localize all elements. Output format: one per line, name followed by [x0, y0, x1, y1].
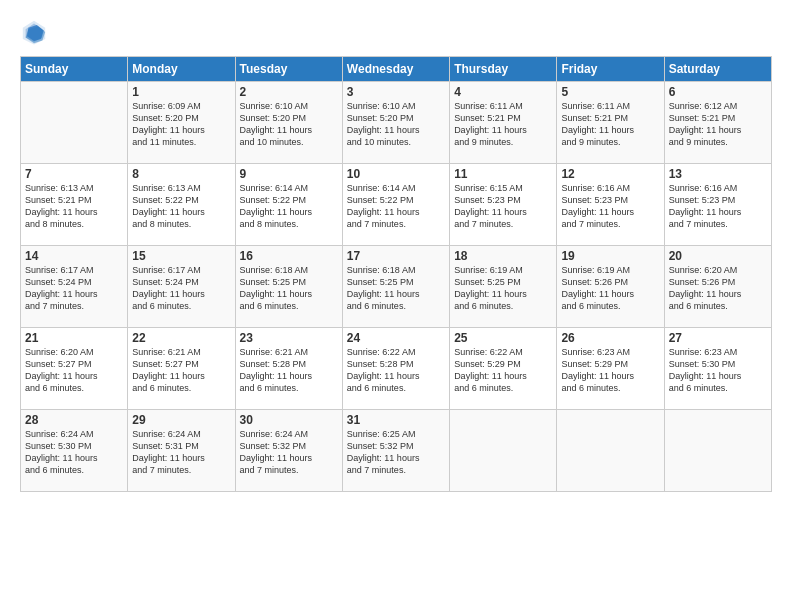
- cell-w1-d6: 5Sunrise: 6:11 AMSunset: 5:21 PMDaylight…: [557, 82, 664, 164]
- cell-w2-d2: 8Sunrise: 6:13 AMSunset: 5:22 PMDaylight…: [128, 164, 235, 246]
- day-info: Sunrise: 6:23 AMSunset: 5:30 PMDaylight:…: [669, 346, 767, 395]
- week-row-5: 28Sunrise: 6:24 AMSunset: 5:30 PMDayligh…: [21, 410, 772, 492]
- day-info: Sunrise: 6:24 AMSunset: 5:31 PMDaylight:…: [132, 428, 230, 477]
- day-number: 18: [454, 249, 552, 263]
- day-info: Sunrise: 6:14 AMSunset: 5:22 PMDaylight:…: [240, 182, 338, 231]
- day-info: Sunrise: 6:11 AMSunset: 5:21 PMDaylight:…: [454, 100, 552, 149]
- cell-w5-d7: [664, 410, 771, 492]
- day-number: 7: [25, 167, 123, 181]
- day-info: Sunrise: 6:15 AMSunset: 5:23 PMDaylight:…: [454, 182, 552, 231]
- day-info: Sunrise: 6:23 AMSunset: 5:29 PMDaylight:…: [561, 346, 659, 395]
- cell-w5-d2: 29Sunrise: 6:24 AMSunset: 5:31 PMDayligh…: [128, 410, 235, 492]
- day-number: 4: [454, 85, 552, 99]
- day-number: 17: [347, 249, 445, 263]
- cell-w2-d3: 9Sunrise: 6:14 AMSunset: 5:22 PMDaylight…: [235, 164, 342, 246]
- col-header-friday: Friday: [557, 57, 664, 82]
- day-number: 30: [240, 413, 338, 427]
- day-info: Sunrise: 6:19 AMSunset: 5:25 PMDaylight:…: [454, 264, 552, 313]
- cell-w2-d4: 10Sunrise: 6:14 AMSunset: 5:22 PMDayligh…: [342, 164, 449, 246]
- day-number: 16: [240, 249, 338, 263]
- day-info: Sunrise: 6:20 AMSunset: 5:27 PMDaylight:…: [25, 346, 123, 395]
- day-number: 10: [347, 167, 445, 181]
- day-number: 26: [561, 331, 659, 345]
- day-number: 24: [347, 331, 445, 345]
- week-row-2: 7Sunrise: 6:13 AMSunset: 5:21 PMDaylight…: [21, 164, 772, 246]
- day-info: Sunrise: 6:21 AMSunset: 5:28 PMDaylight:…: [240, 346, 338, 395]
- cell-w5-d6: [557, 410, 664, 492]
- day-number: 20: [669, 249, 767, 263]
- day-info: Sunrise: 6:10 AMSunset: 5:20 PMDaylight:…: [240, 100, 338, 149]
- cell-w5-d3: 30Sunrise: 6:24 AMSunset: 5:32 PMDayligh…: [235, 410, 342, 492]
- cell-w3-d2: 15Sunrise: 6:17 AMSunset: 5:24 PMDayligh…: [128, 246, 235, 328]
- col-header-wednesday: Wednesday: [342, 57, 449, 82]
- col-header-monday: Monday: [128, 57, 235, 82]
- cell-w3-d5: 18Sunrise: 6:19 AMSunset: 5:25 PMDayligh…: [450, 246, 557, 328]
- day-number: 2: [240, 85, 338, 99]
- day-info: Sunrise: 6:22 AMSunset: 5:28 PMDaylight:…: [347, 346, 445, 395]
- calendar-table: SundayMondayTuesdayWednesdayThursdayFrid…: [20, 56, 772, 492]
- day-number: 5: [561, 85, 659, 99]
- day-info: Sunrise: 6:11 AMSunset: 5:21 PMDaylight:…: [561, 100, 659, 149]
- cell-w1-d2: 1Sunrise: 6:09 AMSunset: 5:20 PMDaylight…: [128, 82, 235, 164]
- day-info: Sunrise: 6:10 AMSunset: 5:20 PMDaylight:…: [347, 100, 445, 149]
- col-header-thursday: Thursday: [450, 57, 557, 82]
- day-number: 25: [454, 331, 552, 345]
- day-info: Sunrise: 6:21 AMSunset: 5:27 PMDaylight:…: [132, 346, 230, 395]
- week-row-1: 1Sunrise: 6:09 AMSunset: 5:20 PMDaylight…: [21, 82, 772, 164]
- day-number: 12: [561, 167, 659, 181]
- day-number: 8: [132, 167, 230, 181]
- cell-w1-d3: 2Sunrise: 6:10 AMSunset: 5:20 PMDaylight…: [235, 82, 342, 164]
- cell-w4-d2: 22Sunrise: 6:21 AMSunset: 5:27 PMDayligh…: [128, 328, 235, 410]
- header-row: SundayMondayTuesdayWednesdayThursdayFrid…: [21, 57, 772, 82]
- logo: [20, 18, 54, 46]
- day-number: 14: [25, 249, 123, 263]
- cell-w2-d6: 12Sunrise: 6:16 AMSunset: 5:23 PMDayligh…: [557, 164, 664, 246]
- day-info: Sunrise: 6:12 AMSunset: 5:21 PMDaylight:…: [669, 100, 767, 149]
- day-number: 31: [347, 413, 445, 427]
- day-info: Sunrise: 6:16 AMSunset: 5:23 PMDaylight:…: [669, 182, 767, 231]
- day-info: Sunrise: 6:24 AMSunset: 5:32 PMDaylight:…: [240, 428, 338, 477]
- logo-icon: [20, 18, 48, 46]
- cell-w4-d3: 23Sunrise: 6:21 AMSunset: 5:28 PMDayligh…: [235, 328, 342, 410]
- cell-w1-d7: 6Sunrise: 6:12 AMSunset: 5:21 PMDaylight…: [664, 82, 771, 164]
- day-number: 27: [669, 331, 767, 345]
- day-number: 9: [240, 167, 338, 181]
- cell-w2-d5: 11Sunrise: 6:15 AMSunset: 5:23 PMDayligh…: [450, 164, 557, 246]
- page: SundayMondayTuesdayWednesdayThursdayFrid…: [0, 0, 792, 612]
- cell-w4-d6: 26Sunrise: 6:23 AMSunset: 5:29 PMDayligh…: [557, 328, 664, 410]
- day-info: Sunrise: 6:16 AMSunset: 5:23 PMDaylight:…: [561, 182, 659, 231]
- day-info: Sunrise: 6:17 AMSunset: 5:24 PMDaylight:…: [25, 264, 123, 313]
- day-number: 1: [132, 85, 230, 99]
- day-number: 11: [454, 167, 552, 181]
- cell-w5-d4: 31Sunrise: 6:25 AMSunset: 5:32 PMDayligh…: [342, 410, 449, 492]
- day-info: Sunrise: 6:18 AMSunset: 5:25 PMDaylight:…: [347, 264, 445, 313]
- day-number: 13: [669, 167, 767, 181]
- cell-w1-d5: 4Sunrise: 6:11 AMSunset: 5:21 PMDaylight…: [450, 82, 557, 164]
- day-info: Sunrise: 6:09 AMSunset: 5:20 PMDaylight:…: [132, 100, 230, 149]
- day-number: 6: [669, 85, 767, 99]
- cell-w4-d1: 21Sunrise: 6:20 AMSunset: 5:27 PMDayligh…: [21, 328, 128, 410]
- cell-w3-d1: 14Sunrise: 6:17 AMSunset: 5:24 PMDayligh…: [21, 246, 128, 328]
- day-number: 22: [132, 331, 230, 345]
- cell-w2-d7: 13Sunrise: 6:16 AMSunset: 5:23 PMDayligh…: [664, 164, 771, 246]
- day-info: Sunrise: 6:13 AMSunset: 5:22 PMDaylight:…: [132, 182, 230, 231]
- day-info: Sunrise: 6:14 AMSunset: 5:22 PMDaylight:…: [347, 182, 445, 231]
- day-number: 19: [561, 249, 659, 263]
- day-info: Sunrise: 6:22 AMSunset: 5:29 PMDaylight:…: [454, 346, 552, 395]
- day-number: 23: [240, 331, 338, 345]
- col-header-sunday: Sunday: [21, 57, 128, 82]
- col-header-tuesday: Tuesday: [235, 57, 342, 82]
- cell-w4-d4: 24Sunrise: 6:22 AMSunset: 5:28 PMDayligh…: [342, 328, 449, 410]
- day-info: Sunrise: 6:20 AMSunset: 5:26 PMDaylight:…: [669, 264, 767, 313]
- cell-w3-d4: 17Sunrise: 6:18 AMSunset: 5:25 PMDayligh…: [342, 246, 449, 328]
- cell-w3-d7: 20Sunrise: 6:20 AMSunset: 5:26 PMDayligh…: [664, 246, 771, 328]
- day-info: Sunrise: 6:25 AMSunset: 5:32 PMDaylight:…: [347, 428, 445, 477]
- cell-w2-d1: 7Sunrise: 6:13 AMSunset: 5:21 PMDaylight…: [21, 164, 128, 246]
- cell-w3-d6: 19Sunrise: 6:19 AMSunset: 5:26 PMDayligh…: [557, 246, 664, 328]
- day-number: 28: [25, 413, 123, 427]
- cell-w1-d4: 3Sunrise: 6:10 AMSunset: 5:20 PMDaylight…: [342, 82, 449, 164]
- day-info: Sunrise: 6:24 AMSunset: 5:30 PMDaylight:…: [25, 428, 123, 477]
- cell-w4-d7: 27Sunrise: 6:23 AMSunset: 5:30 PMDayligh…: [664, 328, 771, 410]
- header: [20, 18, 772, 46]
- day-info: Sunrise: 6:17 AMSunset: 5:24 PMDaylight:…: [132, 264, 230, 313]
